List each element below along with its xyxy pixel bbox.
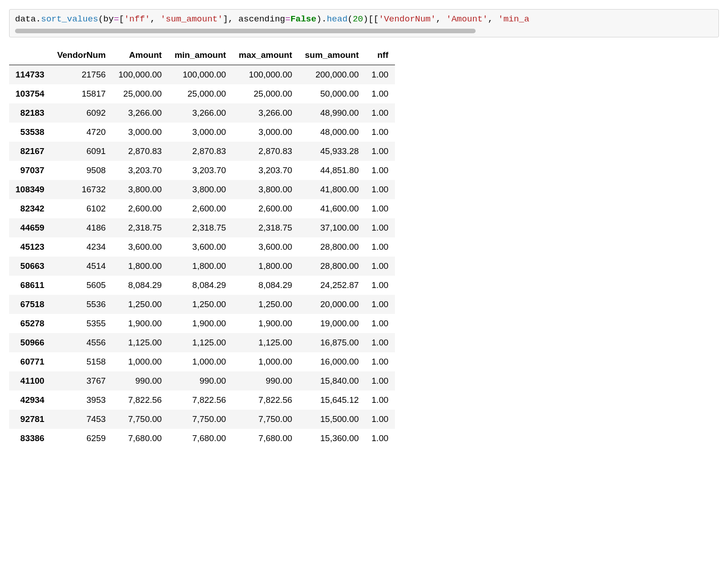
cell-nff: 1.00 bbox=[365, 257, 395, 276]
code-token: , bbox=[228, 14, 239, 24]
horizontal-scrollbar[interactable] bbox=[15, 29, 476, 33]
cell-min_amount: 100,000.00 bbox=[168, 65, 232, 85]
cell-VendorNum: 6091 bbox=[51, 142, 112, 161]
cell-max_amount: 7,750.00 bbox=[232, 410, 298, 429]
cell-min_amount: 8,084.29 bbox=[168, 276, 232, 295]
row-index: 50663 bbox=[9, 257, 51, 276]
cell-VendorNum: 21756 bbox=[51, 65, 112, 85]
table-row: 8218360923,266.003,266.003,266.0048,990.… bbox=[9, 103, 395, 123]
cell-sum_amount: 200,000.00 bbox=[298, 65, 365, 85]
cell-min_amount: 1,800.00 bbox=[168, 257, 232, 276]
cell-max_amount: 7,680.00 bbox=[232, 429, 298, 448]
cell-nff: 1.00 bbox=[365, 84, 395, 103]
cell-sum_amount: 48,000.00 bbox=[298, 123, 365, 142]
cell-VendorNum: 3953 bbox=[51, 391, 112, 410]
cell-sum_amount: 41,800.00 bbox=[298, 180, 365, 199]
cell-min_amount: 2,318.75 bbox=[168, 218, 232, 237]
cell-Amount: 3,000.00 bbox=[112, 123, 168, 142]
cell-sum_amount: 15,500.00 bbox=[298, 410, 365, 429]
cell-sum_amount: 16,875.00 bbox=[298, 333, 365, 352]
row-index: 97037 bbox=[9, 161, 51, 180]
cell-min_amount: 1,125.00 bbox=[168, 333, 232, 352]
cell-nff: 1.00 bbox=[365, 218, 395, 237]
cell-VendorNum: 5158 bbox=[51, 352, 112, 371]
code-token: ) bbox=[316, 14, 321, 24]
cell-VendorNum: 9508 bbox=[51, 161, 112, 180]
cell-sum_amount: 41,600.00 bbox=[298, 199, 365, 218]
table-row: 1037541581725,000.0025,000.0025,000.0050… bbox=[9, 84, 395, 103]
table-row: 9278174537,750.007,750.007,750.0015,500.… bbox=[9, 410, 395, 429]
cell-nff: 1.00 bbox=[365, 391, 395, 410]
cell-min_amount: 3,600.00 bbox=[168, 237, 232, 257]
cell-min_amount: 1,000.00 bbox=[168, 352, 232, 371]
cell-min_amount: 7,750.00 bbox=[168, 410, 232, 429]
cell-max_amount: 1,900.00 bbox=[232, 314, 298, 333]
cell-sum_amount: 16,000.00 bbox=[298, 352, 365, 371]
cell-nff: 1.00 bbox=[365, 352, 395, 371]
cell-min_amount: 1,900.00 bbox=[168, 314, 232, 333]
cell-max_amount: 3,266.00 bbox=[232, 103, 298, 123]
row-index: 83386 bbox=[9, 429, 51, 448]
cell-max_amount: 2,318.75 bbox=[232, 218, 298, 237]
table-row: 6527853551,900.001,900.001,900.0019,000.… bbox=[9, 314, 395, 333]
cell-min_amount: 25,000.00 bbox=[168, 84, 232, 103]
cell-VendorNum: 4720 bbox=[51, 123, 112, 142]
cell-nff: 1.00 bbox=[365, 103, 395, 123]
cell-max_amount: 1,800.00 bbox=[232, 257, 298, 276]
cell-Amount: 8,084.29 bbox=[112, 276, 168, 295]
code-token: ascending bbox=[238, 14, 285, 24]
table-row: 11473321756100,000.00100,000.00100,000.0… bbox=[9, 65, 395, 85]
index-header bbox=[9, 46, 51, 65]
table-row: 108349167323,800.003,800.003,800.0041,80… bbox=[9, 180, 395, 199]
cell-Amount: 2,318.75 bbox=[112, 218, 168, 237]
code-token: 20 bbox=[353, 14, 363, 24]
col-header: nff bbox=[365, 46, 395, 65]
cell-sum_amount: 24,252.87 bbox=[298, 276, 365, 295]
code-token: 'VendorNum' bbox=[379, 14, 436, 24]
row-index: 41100 bbox=[9, 371, 51, 391]
code-token: , bbox=[436, 14, 446, 24]
cell-nff: 1.00 bbox=[365, 410, 395, 429]
cell-sum_amount: 15,840.00 bbox=[298, 371, 365, 391]
code-token: = bbox=[114, 14, 119, 24]
cell-Amount: 1,900.00 bbox=[112, 314, 168, 333]
row-index: 82183 bbox=[9, 103, 51, 123]
cell-max_amount: 3,800.00 bbox=[232, 180, 298, 199]
table-row: 4465941862,318.752,318.752,318.7537,100.… bbox=[9, 218, 395, 237]
cell-VendorNum: 6092 bbox=[51, 103, 112, 123]
cell-min_amount: 2,600.00 bbox=[168, 199, 232, 218]
cell-Amount: 3,600.00 bbox=[112, 237, 168, 257]
cell-VendorNum: 6259 bbox=[51, 429, 112, 448]
cell-nff: 1.00 bbox=[365, 371, 395, 391]
cell-max_amount: 25,000.00 bbox=[232, 84, 298, 103]
cell-nff: 1.00 bbox=[365, 142, 395, 161]
cell-sum_amount: 37,100.00 bbox=[298, 218, 365, 237]
code-token: 'Amount' bbox=[446, 14, 487, 24]
code-token: by bbox=[103, 14, 114, 24]
cell-max_amount: 8,084.29 bbox=[232, 276, 298, 295]
cell-nff: 1.00 bbox=[365, 276, 395, 295]
cell-sum_amount: 45,933.28 bbox=[298, 142, 365, 161]
code-token: head bbox=[327, 14, 348, 24]
cell-max_amount: 990.00 bbox=[232, 371, 298, 391]
row-index: 103754 bbox=[9, 84, 51, 103]
cell-max_amount: 3,203.70 bbox=[232, 161, 298, 180]
cell-min_amount: 1,250.00 bbox=[168, 295, 232, 314]
cell-VendorNum: 4186 bbox=[51, 218, 112, 237]
cell-Amount: 1,250.00 bbox=[112, 295, 168, 314]
dataframe-output: VendorNum Amount min_amount max_amount s… bbox=[9, 46, 395, 448]
cell-Amount: 990.00 bbox=[112, 371, 168, 391]
code-input-cell[interactable]: data.sort_values(by=['nff', 'sum_amount'… bbox=[9, 9, 719, 37]
cell-Amount: 3,203.70 bbox=[112, 161, 168, 180]
table-row: 4512342343,600.003,600.003,600.0028,800.… bbox=[9, 237, 395, 257]
table-row: 8216760912,870.832,870.832,870.8345,933.… bbox=[9, 142, 395, 161]
cell-nff: 1.00 bbox=[365, 429, 395, 448]
code-token: False bbox=[290, 14, 316, 24]
table-header-row: VendorNum Amount min_amount max_amount s… bbox=[9, 46, 395, 65]
cell-Amount: 7,750.00 bbox=[112, 410, 168, 429]
cell-nff: 1.00 bbox=[365, 295, 395, 314]
code-token: [[ bbox=[368, 14, 379, 24]
cell-nff: 1.00 bbox=[365, 333, 395, 352]
row-index: 42934 bbox=[9, 391, 51, 410]
cell-sum_amount: 15,360.00 bbox=[298, 429, 365, 448]
